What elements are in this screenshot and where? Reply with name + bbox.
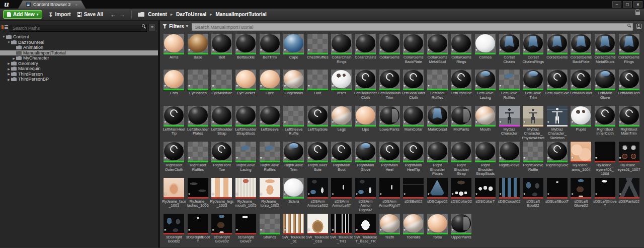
sidebar-item-daztounreal[interactable]: ▼DazToUnreal <box>0 40 158 45</box>
asset-tile-cornea[interactable]: *Cornea <box>473 33 498 69</box>
asset-tile-ryjeane-torso-1002[interactable]: *RyJeane_ torso_1002 <box>258 177 282 213</box>
asset-tile-mouth[interactable]: *Mouth <box>473 105 498 141</box>
asset-tile-right-shoulder-strap[interactable]: *Right Shoulder Strap <box>449 141 473 176</box>
asset-tile-maincorset[interactable]: *MainCorset <box>426 105 450 141</box>
asset-tile-leftbootinner-cloth[interactable]: *LeftBootInner Cloth <box>354 69 378 104</box>
asset-tile-leftbootmain-trim[interactable]: *LeftBootMain Trim <box>377 69 401 104</box>
back-button[interactable]: ← <box>110 11 116 18</box>
chevron-expanded-icon[interactable]: ▼ <box>7 41 11 44</box>
import-button[interactable]: ↧ Import <box>48 12 70 17</box>
asset-tile-righttopsole[interactable]: *RightTopSole <box>545 141 570 176</box>
asset-tile-rightboot-outercloth[interactable]: *RightBoot OuterCloth <box>162 141 186 176</box>
asset-tile-leftshoulder-strapstuds[interactable]: *LeftShoulder StrapStuds <box>234 105 258 141</box>
asset-tile-leftglove-ruffles[interactable]: *LeftGlove Ruffles <box>497 69 521 104</box>
asset-tile-leftshoulder-plates[interactable]: *LeftShoulder Plates <box>186 105 210 141</box>
asset-tile-leftshoulder-strap[interactable]: *LeftShoulder Strap <box>210 105 234 141</box>
asset-tile-sdsright-boot02[interactable]: *sDSRight Boot02 <box>162 213 186 247</box>
asset-tile-right-shoulder-strapstuds[interactable]: *Right Shoulder StrapStuds <box>473 141 498 176</box>
asset-tile-leftmainheel-tip[interactable]: *LeftMainHeel Tip <box>162 105 186 141</box>
tab-close-icon[interactable]: × <box>75 3 78 7</box>
asset-tile-sclera[interactable]: *Sclera <box>282 177 306 213</box>
asset-tile-rightsleeve-ruffle[interactable]: *RightSleeve Ruffle <box>521 141 545 176</box>
asset-tile-leftsleeve-ruffle[interactable]: *LeftSleeve Ruffle <box>282 105 306 141</box>
close-button[interactable]: × <box>633 1 642 8</box>
asset-tile-sdscape02[interactable]: *sDSCape02 <box>426 177 450 213</box>
asset-tile-beltbuckle[interactable]: *BeltBuckle <box>234 33 258 69</box>
asset-tile-ryjeane-mouth-1005[interactable]: *RyJeane_ mouth_1005 <box>234 177 258 213</box>
asset-tile-leftboot-ruffles[interactable]: *LeftBoot Ruffles <box>426 69 450 104</box>
asset-tile-collargems-metalstud[interactable]: *CollarGems MetalStud <box>426 33 450 69</box>
asset-tile-ryjeane-lashes-1006[interactable]: *RyJeane_ lashes_1006 <box>186 177 210 213</box>
asset-tile-leftmainboot[interactable]: *LeftMainBoot <box>569 69 593 104</box>
sources-toggle-icon[interactable] <box>2 24 8 30</box>
asset-tile-collarchain-rings[interactable]: *CollarChain Rings <box>330 33 354 69</box>
asset-tile-teeth[interactable]: *Teeth <box>377 213 401 247</box>
asset-tile-cape[interactable]: *Cape <box>282 33 306 69</box>
asset-tile-leftlowersole[interactable]: *LeftLowerSole <box>545 69 570 104</box>
sidebar-item-content[interactable]: ▼Content <box>0 34 158 40</box>
chevron-collapsed-icon[interactable]: ▶ <box>12 56 16 60</box>
lock-icon[interactable] <box>635 12 640 15</box>
asset-tile-eyemoisture[interactable]: *EyeMoisture <box>210 69 234 104</box>
asset-tile-corsetgems[interactable]: *CorsetGems <box>545 33 570 69</box>
tab-content-browser-2[interactable]: Content Browser 2 × <box>18 1 86 9</box>
asset-tile-rightfront-toe[interactable]: *RightFront Toe <box>210 141 234 176</box>
asset-tile-eyelashes[interactable]: *Eyelashes <box>186 69 210 104</box>
asset-tile-sdsarm-armorrightt[interactable]: *sDSArm ArmorRightT <box>377 177 401 213</box>
asset-tile-irises[interactable]: *Irises <box>330 69 354 104</box>
asset-tile-mydaz-character-skeleton[interactable]: *MyDaz Character_ Skeleton <box>545 105 570 141</box>
asset-tile-corset-chains[interactable]: *Corset Chains <box>497 33 521 69</box>
asset-tile-toenails[interactable]: *Toenails <box>401 213 426 247</box>
asset-tile-leftglove-lacing[interactable]: *LeftGlove Lacing <box>473 69 498 104</box>
save-all-button[interactable]: Save All <box>77 12 104 17</box>
asset-tile-sdsbelt02[interactable]: *sDSBelt02 <box>401 177 426 213</box>
asset-tile-upperpants[interactable]: *UpperPants <box>449 213 473 247</box>
asset-tile-belttrim[interactable]: *BeltTrim <box>258 33 282 69</box>
asset-tile-strands[interactable]: *Strands <box>258 213 282 247</box>
asset-tile-sdsleft-glove02[interactable]: *sDSLeft Glove02 <box>569 177 593 213</box>
breadcrumb-manualimporttutorial[interactable]: ManualImportTutorial <box>215 12 266 17</box>
forward-button[interactable]: → <box>119 11 125 18</box>
asset-tile-sdsarm-armorleftt[interactable]: *sDSArm ArmorLeftT <box>330 177 354 213</box>
asset-tile-sdspants02[interactable]: *sDSPants02 <box>617 177 641 213</box>
asset-tile-sdsleftboott[interactable]: *sDSLeftBootT <box>545 177 570 213</box>
sidebar-item-geometry[interactable]: ▶Geometry <box>0 61 158 67</box>
asset-tile-rightglove-lacing[interactable]: *RightGlove Lacing <box>234 141 258 176</box>
asset-tile-midpants[interactable]: *MidPants <box>449 105 473 141</box>
asset-tile-sdscollar02[interactable]: *sDSCollar02 <box>449 177 473 213</box>
asset-tile-sdsleftglove-t[interactable]: *sDSLeftGlove T <box>593 177 617 213</box>
chevron-collapsed-icon[interactable]: ▶ <box>7 61 11 65</box>
maximize-button[interactable]: □ <box>623 1 632 8</box>
asset-tile-eyesocket[interactable]: *EyeSocket <box>234 69 258 104</box>
add-new-button[interactable]: Add New ▾ <box>3 10 42 19</box>
save-search-icon[interactable] <box>636 24 641 29</box>
asset-tile-rightboot-ruffles[interactable]: *RightBoot Ruffles <box>186 141 210 176</box>
search-paths-input[interactable] <box>10 25 147 32</box>
asset-tile-corset-chainsrings[interactable]: *Corset ChainsRings <box>521 33 545 69</box>
asset-tile-maincollar[interactable]: *MainCollar <box>401 105 426 141</box>
asset-tile-torso[interactable]: *Torso <box>426 213 450 247</box>
asset-tile-collargems-backplate[interactable]: *CollarGems BackPlate <box>401 33 426 69</box>
sidebar-item-manualimporttutorial[interactable]: ManualImportTutorial <box>0 50 158 56</box>
asset-tile-rightmain-glove[interactable]: *RightMain Glove <box>354 141 378 176</box>
asset-tile-leftmainheel[interactable]: *LeftMainHeel <box>617 69 641 104</box>
asset-tile-mydaz-character-physicsasset[interactable]: *MyDaz Character_ PhysicsAsset <box>521 105 545 141</box>
chevron-expanded-icon[interactable]: ▼ <box>2 35 6 38</box>
asset-tile-leftsleeve[interactable]: *LeftSleeve <box>258 105 282 141</box>
asset-tile-mydaz-character[interactable]: *MyDaz Character <box>497 105 521 141</box>
asset-tile-rightboot-innercloth[interactable]: *RightBoot InnerCloth <box>593 105 617 141</box>
asset-tile-leftmain-glove[interactable]: *LeftMain Glove <box>593 69 617 104</box>
sidebar-item-mannequin[interactable]: ▶Mannequin <box>0 66 158 72</box>
asset-tile-arms[interactable]: *Arms <box>162 33 186 69</box>
asset-tile-sdsright-glove02[interactable]: *sDSRight Glove02 <box>210 213 234 247</box>
asset-tile-collarchains[interactable]: *CollarChains <box>354 33 378 69</box>
asset-tile-sdsarm-armorleft02[interactable]: *sDSArm ArmorLeft02 <box>306 177 330 213</box>
asset-tile-fingernails[interactable]: *Fingernails <box>282 69 306 104</box>
minimize-button[interactable]: – <box>612 1 621 8</box>
asset-tile-leftbootouter-cloth[interactable]: *LeftBootOuter Cloth <box>401 69 426 104</box>
asset-tile-chestruffles[interactable]: *ChestRuffles <box>306 33 330 69</box>
sidebar-item-animation[interactable]: Animation <box>0 45 158 50</box>
asset-tile-sw-toulouse-t-base-tr[interactable]: *SW_Toulouse T_Base_TR <box>354 213 378 247</box>
asset-tile-sdscollart[interactable]: *sDSCollarT <box>473 177 498 213</box>
asset-tile-collargems-rings[interactable]: *CollarGems Rings <box>449 33 473 69</box>
